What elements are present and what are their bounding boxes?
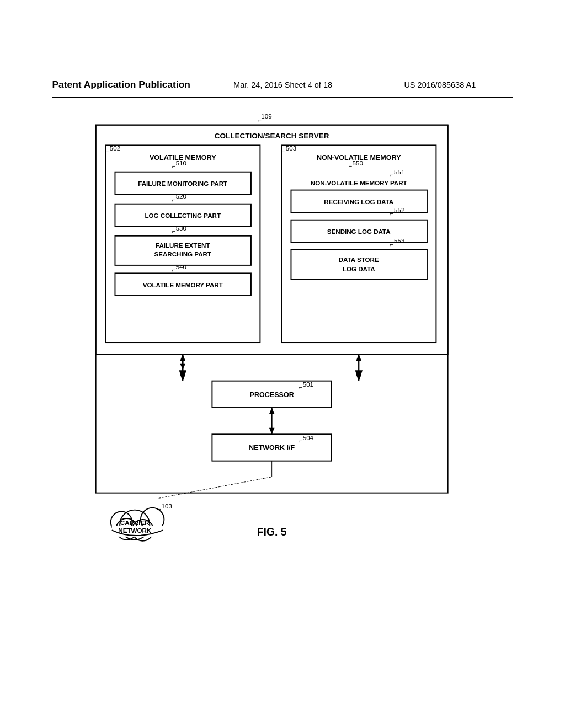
- svg-marker-58: [180, 374, 185, 381]
- svg-text:⌐: ⌐: [172, 162, 176, 169]
- svg-text:PROCESSOR: PROCESSOR: [250, 391, 294, 399]
- svg-text:Mar. 24, 2016  Sheet 4 of 18: Mar. 24, 2016 Sheet 4 of 18: [233, 81, 332, 89]
- svg-text:US 2016/085638 A1: US 2016/085638 A1: [404, 81, 476, 89]
- svg-text:103: 103: [162, 502, 172, 510]
- svg-text:501: 501: [303, 381, 313, 388]
- svg-text:⌐: ⌐: [349, 162, 353, 169]
- svg-text:FAILURE MONITORING PART: FAILURE MONITORING PART: [138, 180, 227, 187]
- svg-text:VOLATILE MEMORY PART: VOLATILE MEMORY PART: [143, 281, 223, 288]
- svg-text:530: 530: [176, 224, 186, 232]
- svg-text:FAILURE EXTENT: FAILURE EXTENT: [156, 242, 210, 249]
- svg-marker-61: [356, 374, 361, 381]
- svg-text:SEARCHING PART: SEARCHING PART: [154, 250, 211, 258]
- svg-text:109: 109: [261, 113, 271, 120]
- svg-text:NON-VOLATILE MEMORY PART: NON-VOLATILE MEMORY PART: [311, 179, 407, 186]
- svg-text:LOG DATA: LOG DATA: [343, 265, 375, 272]
- svg-text:RECEIVING LOG DATA: RECEIVING LOG DATA: [324, 198, 393, 205]
- svg-text:⌐: ⌐: [172, 196, 176, 203]
- svg-text:LOG COLLECTING PART: LOG COLLECTING PART: [145, 212, 221, 219]
- svg-text:540: 540: [176, 263, 186, 270]
- svg-text:COLLECTION/SEARCH SERVER: COLLECTION/SEARCH SERVER: [215, 132, 329, 140]
- svg-marker-68: [269, 428, 275, 435]
- svg-text:553: 553: [394, 237, 404, 244]
- svg-text:503: 503: [286, 144, 296, 152]
- svg-text:SENDING LOG DATA: SENDING LOG DATA: [327, 228, 391, 235]
- svg-text:552: 552: [394, 206, 404, 213]
- svg-text:FIG. 5: FIG. 5: [257, 526, 287, 538]
- svg-text:510: 510: [176, 159, 186, 167]
- svg-text:CARRIER: CARRIER: [120, 519, 150, 526]
- svg-text:Patent Application Publication: Patent Application Publication: [52, 79, 190, 90]
- svg-text:⌐: ⌐: [158, 506, 162, 513]
- svg-line-85: [159, 477, 272, 499]
- svg-text:⌐: ⌐: [172, 227, 176, 234]
- svg-text:⌐: ⌐: [390, 210, 393, 217]
- svg-text:DATA STORE: DATA STORE: [339, 256, 379, 263]
- svg-text:551: 551: [394, 168, 404, 175]
- svg-text:⌐: ⌐: [390, 240, 393, 248]
- svg-text:⌐: ⌐: [281, 148, 285, 155]
- svg-text:502: 502: [110, 144, 120, 152]
- svg-text:NETWORK I/F: NETWORK I/F: [249, 444, 295, 452]
- svg-text:550: 550: [353, 159, 363, 167]
- svg-text:⌐: ⌐: [172, 266, 176, 273]
- svg-text:NETWORK: NETWORK: [118, 527, 152, 534]
- svg-rect-44: [291, 250, 427, 279]
- svg-text:520: 520: [176, 192, 186, 200]
- svg-text:⌐: ⌐: [390, 171, 393, 178]
- svg-text:504: 504: [303, 434, 314, 441]
- svg-text:⌐: ⌐: [299, 437, 302, 444]
- svg-text:⌐: ⌐: [299, 383, 302, 390]
- svg-text:⌐: ⌐: [105, 148, 109, 155]
- svg-rect-29: [281, 145, 436, 342]
